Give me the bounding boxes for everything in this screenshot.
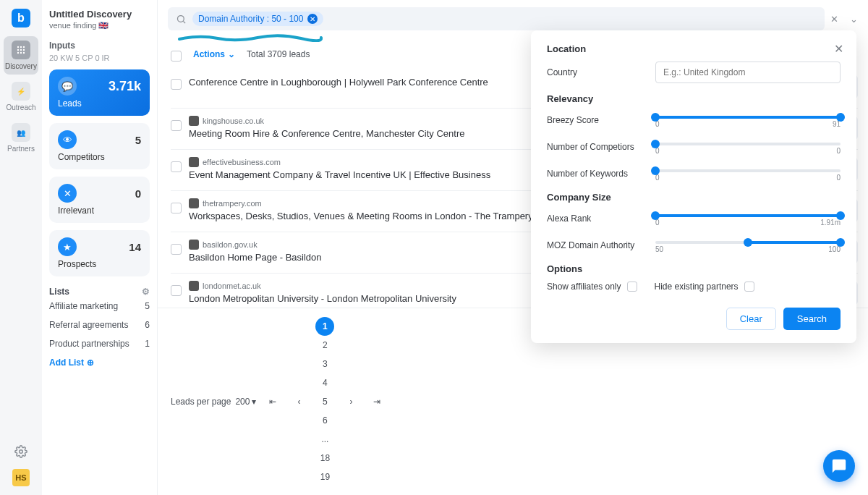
clear-button[interactable]: Clear bbox=[726, 308, 776, 330]
main: Domain Authority : 50 - 100 ✕ ✕ ⌄ Action… bbox=[158, 0, 868, 495]
eye-icon: 👁 bbox=[58, 130, 77, 149]
add-list-button[interactable]: Add List ⊕ bbox=[49, 358, 150, 368]
close-icon[interactable]: ✕ bbox=[830, 14, 838, 25]
country-label: Country bbox=[547, 67, 655, 77]
list-name: Affiliate marketing bbox=[49, 301, 118, 311]
select-all-checkbox[interactable] bbox=[171, 51, 182, 62]
list-name: Product partnerships bbox=[49, 339, 129, 349]
card-competitors[interactable]: 👁 5 Competitors bbox=[49, 123, 150, 169]
row-checkbox[interactable] bbox=[171, 203, 182, 213]
rail-partners[interactable]: 👥 Partners bbox=[4, 119, 38, 157]
svg-point-9 bbox=[20, 450, 23, 454]
favicon bbox=[189, 240, 199, 250]
discovery-title: Untitled Discovery bbox=[49, 9, 150, 20]
affiliates-option[interactable]: Show affiliates only bbox=[547, 282, 637, 292]
card-irrelevant[interactable]: ✕ 0 Irrelevant bbox=[49, 177, 150, 223]
page-number[interactable]: 5 bbox=[315, 392, 334, 411]
chip-label: Domain Authority : 50 - 100 bbox=[198, 14, 303, 24]
people-icon: 👥 bbox=[12, 123, 30, 142]
page-number[interactable]: 6 bbox=[315, 411, 334, 430]
panel-close-icon[interactable]: ✕ bbox=[834, 42, 843, 56]
rail-label: Discovery bbox=[5, 62, 37, 70]
page-number[interactable]: 4 bbox=[315, 373, 334, 392]
nav-rail: b Discovery ⚡ Outreach 👥 Partners HS bbox=[0, 0, 42, 495]
svg-point-0 bbox=[17, 46, 19, 48]
lead-domain: basildon.gov.uk bbox=[203, 240, 258, 249]
per-page-select[interactable]: 200 ▾ bbox=[235, 397, 256, 407]
inputs-meta: 20 KW 5 CP 0 IR bbox=[49, 54, 150, 62]
svg-point-6 bbox=[17, 52, 19, 54]
filter-chip[interactable]: Domain Authority : 50 - 100 ✕ bbox=[192, 12, 323, 26]
x-circle-icon: ✕ bbox=[58, 184, 77, 203]
page-next-icon[interactable]: › bbox=[341, 392, 360, 411]
card-label: Irrelevant bbox=[58, 206, 141, 216]
list-item[interactable]: Product partnerships1 bbox=[49, 334, 150, 353]
svg-point-4 bbox=[20, 49, 22, 51]
search-icon bbox=[175, 13, 187, 25]
page-number[interactable]: 19 bbox=[315, 468, 334, 486]
alexa-slider-label: Alexa Rank bbox=[547, 213, 655, 224]
svg-point-10 bbox=[177, 15, 184, 22]
lists-gear-icon[interactable]: ⚙ bbox=[142, 287, 150, 297]
search-bar[interactable]: Domain Authority : 50 - 100 ✕ bbox=[168, 7, 825, 30]
list-item[interactable]: Affiliate marketing5 bbox=[49, 297, 150, 316]
alexa-slider[interactable] bbox=[655, 214, 841, 217]
nkw-slider[interactable] bbox=[655, 169, 841, 172]
page-number[interactable]: 3 bbox=[315, 355, 334, 373]
chevron-down-icon: ▾ bbox=[252, 397, 256, 407]
relevancy-heading: Relevancy bbox=[547, 93, 841, 104]
svg-point-1 bbox=[20, 46, 22, 48]
hide-partners-option[interactable]: Hide existing partners bbox=[655, 282, 754, 292]
chip-remove-icon[interactable]: ✕ bbox=[307, 14, 318, 24]
card-value: 14 bbox=[129, 241, 141, 253]
options-heading: Options bbox=[547, 263, 841, 274]
list-item[interactable]: Referral agreements6 bbox=[49, 316, 150, 334]
lists-heading: Lists bbox=[49, 287, 69, 297]
page-number[interactable]: 1 bbox=[315, 317, 334, 336]
page-first-icon[interactable]: ⇤ bbox=[263, 392, 282, 411]
lead-domain: kingshouse.co.uk bbox=[203, 117, 264, 125]
row-checkbox[interactable] bbox=[171, 285, 182, 296]
row-checkbox[interactable] bbox=[171, 161, 182, 172]
list-count: 5 bbox=[145, 301, 150, 311]
row-checkbox[interactable] bbox=[171, 244, 182, 255]
gear-icon[interactable] bbox=[14, 445, 27, 460]
chevron-down-icon[interactable]: ⌄ bbox=[850, 14, 858, 25]
moz-slider-label: MOZ Domain Authority bbox=[547, 240, 655, 250]
breezy-slider-label: Breezy Score bbox=[547, 115, 655, 125]
bolt-icon: ⚡ bbox=[12, 82, 30, 101]
rail-discovery[interactable]: Discovery bbox=[4, 36, 38, 75]
search-button[interactable]: Search bbox=[783, 308, 841, 330]
actions-dropdown[interactable]: Actions ⌄ bbox=[193, 49, 235, 59]
favicon bbox=[189, 198, 199, 208]
row-checkbox[interactable] bbox=[171, 79, 182, 90]
rail-label: Partners bbox=[7, 145, 35, 153]
page-number[interactable]: 2 bbox=[315, 336, 334, 355]
chat-fab[interactable] bbox=[823, 450, 855, 482]
list-name: Referral agreements bbox=[49, 320, 128, 330]
svg-line-11 bbox=[183, 21, 185, 23]
app-logo: b bbox=[12, 9, 30, 28]
actions-label: Actions bbox=[193, 49, 225, 59]
row-checkbox[interactable] bbox=[171, 120, 182, 131]
page-last-icon[interactable]: ⇥ bbox=[367, 392, 386, 411]
add-list-label: Add List bbox=[49, 358, 84, 368]
card-value: 3.71k bbox=[109, 79, 141, 94]
page-number[interactable]: 18 bbox=[315, 449, 334, 468]
country-input[interactable] bbox=[655, 62, 841, 83]
svg-point-5 bbox=[23, 49, 25, 51]
rail-outreach[interactable]: ⚡ Outreach bbox=[4, 77, 38, 116]
plus-circle-icon: ⊕ bbox=[87, 358, 94, 368]
breezy-slider[interactable] bbox=[655, 116, 841, 119]
affiliates-checkbox[interactable] bbox=[627, 282, 637, 292]
hide-partners-checkbox[interactable] bbox=[744, 282, 754, 292]
moz-slider[interactable] bbox=[655, 241, 841, 244]
page-prev-icon[interactable]: ‹ bbox=[289, 392, 308, 411]
favicon bbox=[189, 281, 199, 291]
avatar[interactable]: HS bbox=[12, 469, 30, 486]
card-prospects[interactable]: ★ 14 Prospects bbox=[49, 230, 150, 276]
chevron-down-icon: ⌄ bbox=[228, 49, 235, 59]
svg-point-2 bbox=[23, 46, 25, 48]
card-leads[interactable]: 💬 3.71k Leads bbox=[49, 69, 150, 116]
ncomp-slider[interactable] bbox=[655, 143, 841, 145]
